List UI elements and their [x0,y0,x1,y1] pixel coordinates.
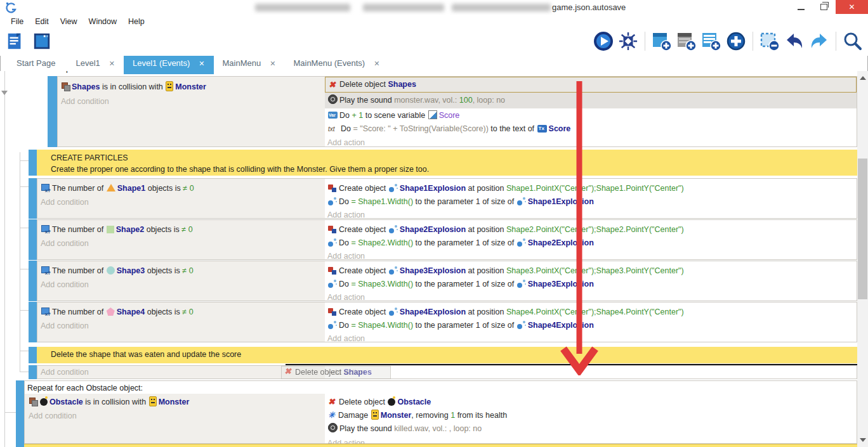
tab-start-page[interactable]: Start Page [8,56,64,71]
redo-button[interactable] [809,31,829,51]
action-row[interactable]: Create object Shape4Explosion at positio… [327,306,855,319]
text-segment: objects is [145,184,183,193]
condition-row[interactable]: Obstacle is in collision with Monster [29,396,324,409]
add-condition-link[interactable]: Add condition [41,196,324,209]
tab-level1[interactable]: Level1 ✕ [67,56,124,71]
vertical-scrollbar[interactable] [857,71,868,447]
condition-row[interactable]: The number of Shape1 objects is ≠ 0 [41,182,324,195]
text-segment: Shape2.PointX("Center");Shape2.PointY("C… [506,225,684,234]
action-row[interactable]: Create object Shape2Explosion at positio… [327,223,855,236]
undo-button[interactable] [784,31,805,51]
scene-editor-button[interactable] [32,31,52,51]
scrollbar-thumb[interactable] [858,159,867,299]
tab-close-icon[interactable]: ✕ [199,56,204,74]
text-segment: killed.wav, vol.: , loop: no [394,424,482,433]
text-segment: = Shape1.Width() [351,197,413,206]
repeat-label[interactable]: Repeat for each Obstacle object: [27,382,855,395]
toolbar-separator [836,32,836,51]
particle-icon [328,238,337,247]
delete-button[interactable] [760,31,780,51]
create-icon [328,184,337,192]
condition-row[interactable]: The number of Shape3 objects is ≠ 0 [41,264,324,278]
menu-window[interactable]: Window [83,17,122,26]
menu-edit[interactable]: Edit [29,17,55,26]
condition-row[interactable]: The number of Shape2 objects is ≠ 0 [41,223,324,236]
scroll-down-icon[interactable] [860,438,866,442]
action-row[interactable]: Do = Shape1.Width() to the parameter 1 o… [327,195,855,209]
action-row[interactable]: Do = Shape3.Width() to the parameter 1 o… [327,278,855,291]
text-segment: ≠ 0 [182,308,193,316]
tab-mainmenu[interactable]: MainMenu ✕ [214,56,285,71]
menu-file[interactable]: File [5,17,29,26]
text-segment: Shape2Explosion [400,225,466,234]
comment-block-delete-shape[interactable]: Delete the shape that was eaten and upda… [0,347,857,363]
add-button[interactable] [726,31,746,51]
action-row-selected[interactable]: Delete object Shapes [325,77,857,93]
comment-block-create-particles[interactable]: CREATE PARTICLES Create the proper one a… [0,150,857,176]
text-segment: Delete object [339,398,387,406]
add-action-link[interactable]: Add action [327,366,855,379]
new-external-layout-button[interactable] [701,31,721,51]
debug-button[interactable] [618,31,638,51]
new-scene-button[interactable] [652,31,672,51]
action-row[interactable]: Play the sound killed.wav, vol.: , loop:… [327,422,855,436]
add-action-link[interactable]: Add action [327,136,855,150]
condition-row[interactable]: Shapes is in collision with Monster [61,81,324,94]
add-condition-link[interactable]: Add condition [41,278,324,292]
condition-row[interactable]: The number of Shape4 objects is ≠ 0 [41,306,324,319]
action-row[interactable]: Do = Shape4.Width() to the parameter 1 o… [327,319,855,332]
delete-icon [284,368,293,376]
create-icon [328,308,337,316]
comment-body: Create the proper one according to the s… [51,163,855,176]
text-segment: Play the sound [339,96,394,105]
text-segment: + 1 [352,111,363,120]
redacted-title-text [452,4,551,11]
action-row[interactable]: Do = Shape2.Width() to the parameter 1 o… [327,236,855,250]
restore-button[interactable] [814,0,833,14]
tab-close-icon[interactable]: ✕ [270,56,275,71]
delete-icon [328,398,337,406]
tab-mainmenu-events[interactable]: MainMenu (Events) ✕ [284,56,388,71]
action-row[interactable]: Damage Monster, removing 1 from its heal… [327,409,855,422]
close-button[interactable]: ✕ [836,0,868,14]
tab-close-icon[interactable]: ✕ [374,56,379,71]
action-row[interactable]: Play the sound monster.wav, vol.: 100, l… [325,93,857,108]
damage-icon [328,411,336,419]
new-external-events-button[interactable] [676,31,697,51]
tab-label: Start Page [16,56,55,71]
minimize-button[interactable] [791,0,810,14]
action-row[interactable]: Create object Shape3Explosion at positio… [327,264,855,278]
text-segment: to the text of [489,124,537,133]
search-button[interactable] [843,31,863,51]
text-segment: Delete object [339,80,388,89]
text-segment: to the parameter 1 of size of [413,238,516,247]
text-segment: at position [466,266,506,275]
event-block-shape1: The number of Shape1 objects is ≠ 0 Add … [0,178,857,219]
add-condition-link[interactable]: Add condition [61,95,324,108]
action-row[interactable]: Do = "Score: " + ToString(Variable(Score… [327,122,855,136]
menu-help[interactable]: Help [122,17,150,26]
particle-icon [389,184,398,192]
action-row[interactable]: Delete object Obstacle [327,396,855,409]
redo-icon [809,31,829,51]
add-condition-link[interactable]: Add condition [29,410,324,423]
play-button[interactable] [593,31,614,51]
project-manager-button[interactable] [5,31,25,51]
shape2-icon [107,226,114,233]
scroll-up-icon[interactable] [860,76,866,80]
tab-close-icon[interactable]: ✕ [109,56,115,71]
action-row[interactable]: Create object Shape1Explosion at positio… [327,182,855,195]
bomb-icon [40,398,48,406]
event-indent-bar [29,365,37,379]
tab-label: Level1 (Events) [133,56,190,74]
text-segment: Shape3 [117,266,145,275]
window-title: game.json.autosave [552,3,626,12]
tab-level1-events[interactable]: Level1 (Events) ✕ [124,56,214,74]
menu-view[interactable]: View [55,17,83,26]
scene-editor-icon [32,32,51,51]
action-row[interactable]: Do + 1 to scene variable Score [327,109,855,122]
add-condition-link[interactable]: Add condition [41,320,324,333]
add-action-link[interactable]: Add action [327,332,855,346]
var-icon [328,112,338,119]
add-condition-link[interactable]: Add condition [41,237,324,250]
